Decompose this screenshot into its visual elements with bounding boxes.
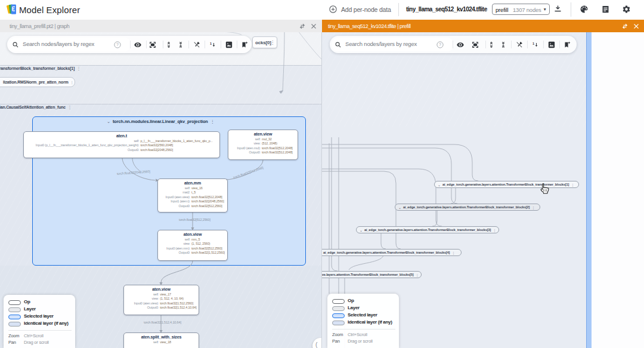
svg-text:?: ? (439, 42, 441, 47)
svg-text:1: 1 (210, 42, 212, 45)
svg-text:?: ? (116, 42, 119, 47)
svg-text:1: 1 (532, 42, 534, 45)
